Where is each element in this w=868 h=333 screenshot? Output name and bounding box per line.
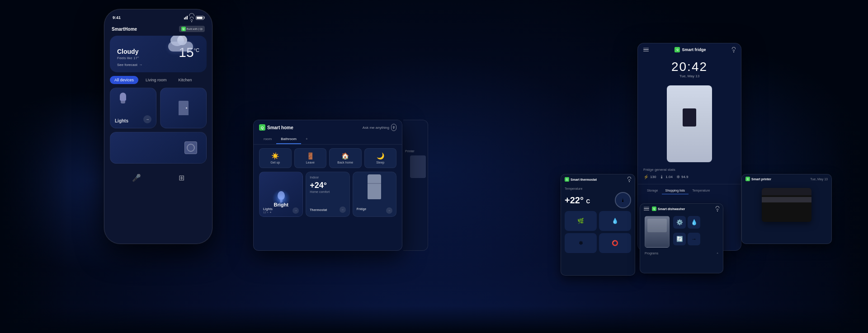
tab-bathroom[interactable]: Bathroom <box>276 135 301 144</box>
edge-fade-bottom <box>0 306 868 333</box>
back-home-label: Back home <box>332 161 359 164</box>
moon-icon: 🌙 <box>368 152 394 159</box>
fridge-time: 20:42 <box>638 60 741 74</box>
qt-logo: Q <box>181 27 186 31</box>
svg-point-0 <box>278 191 285 200</box>
tablet-header: Q Smart home Ask me anything 🎙 <box>254 120 402 135</box>
tab-room[interactable]: room <box>259 135 276 144</box>
lights-footer-label: Lights 12 × ✦ <box>263 207 273 214</box>
fridge-stat-usage: ❄ 94.9 <box>676 174 689 179</box>
phone-lights-card[interactable]: Lights → <box>110 88 156 128</box>
printer-panel: Q Smart printer Tue, May 13 <box>741 174 832 244</box>
dw-ctrl-2[interactable]: 💧 <box>688 216 700 229</box>
hamburger-icon[interactable] <box>643 48 649 52</box>
fridge-image-container <box>638 82 741 166</box>
therm-temp-area: +22° C <box>565 195 590 206</box>
smart-home-tablet: Q Smart home Ask me anything 🎙 room Bath… <box>253 120 402 251</box>
thermostat-body: Temperature +22° C 🌡 🌿 💧 ❄ ⭕ <box>561 184 635 256</box>
therm-arrow-btn[interactable]: → <box>340 206 346 213</box>
therm-footer: Thermostat → <box>310 206 345 213</box>
printer-image <box>762 188 811 222</box>
phone-device-grid: Lights → <box>104 88 212 164</box>
mic-nav-icon[interactable]: 🎤 <box>132 174 141 182</box>
scene-sleep[interactable]: 🌙 Sleep <box>364 148 397 168</box>
battery-icon <box>196 16 204 20</box>
dw-ctrl-4[interactable]: → <box>688 233 700 245</box>
therm-control-1[interactable]: 🌿 <box>565 211 597 231</box>
tab-storage[interactable]: Storage <box>643 187 662 194</box>
dw-ctrl-3[interactable]: 🔄 <box>673 233 686 245</box>
comfort-label: Home comfort <box>310 190 345 193</box>
energy-value: 130 <box>650 175 656 179</box>
thermostat-title: Smart thermostat <box>571 178 597 181</box>
arrow-icon: → <box>139 63 142 67</box>
forecast-link[interactable]: See forecast → <box>117 63 199 67</box>
therm-card-label: Thermostat <box>310 208 327 211</box>
indoor-label: Indoor <box>310 176 345 179</box>
tablet-fridge-card[interactable]: Fridge → <box>353 172 396 217</box>
tablet-device-cards: Bright Lights 12 × ✦ → Indoor +24° Home … <box>254 170 402 220</box>
circle-icon: ⭕ <box>612 240 618 246</box>
dishwasher-title: Smart dishwasher <box>658 207 685 211</box>
scene-leave[interactable]: 🚪 Leave <box>294 148 327 168</box>
tablet-lights-card[interactable]: Bright Lights 12 × ✦ → <box>259 172 303 217</box>
leaf-icon: 🌿 <box>577 218 584 224</box>
sleep-label: Sleep <box>368 161 394 164</box>
therm-control-2[interactable]: 💧 <box>599 211 631 231</box>
programs-arrow[interactable]: + <box>717 252 718 255</box>
printer-title: Smart printer <box>751 178 771 181</box>
dishwasher-title-area: Q Smart dishwasher <box>644 206 685 211</box>
home-icon: 🏠 <box>332 152 359 159</box>
dw-menu-icon[interactable] <box>644 207 649 211</box>
ask-me-area[interactable]: Ask me anything 🎙 <box>363 124 396 131</box>
lights-card-label: Lights <box>263 207 273 211</box>
tab-living-room[interactable]: Living room <box>141 76 171 84</box>
tab-kitchen[interactable]: Kitchen <box>174 76 197 84</box>
fridge-image <box>667 85 712 162</box>
fridge-arrow-btn[interactable]: → <box>386 207 392 214</box>
tablet-right-overflow: Printer <box>403 120 428 251</box>
dw-wifi-icon <box>716 206 719 211</box>
tab-shopping[interactable]: Shopping lists <box>662 187 689 194</box>
feels-like: Feels like 17° <box>117 56 139 60</box>
qt-printer-icon: Q <box>745 177 750 181</box>
phone-dishwasher-card[interactable] <box>110 132 207 164</box>
fridge-header-left <box>643 48 649 52</box>
fridge-tablet-header: Q Smart fridge <box>638 43 741 56</box>
thermostat-panel: Q Smart thermostat Temperature +22° C 🌡 … <box>561 174 635 276</box>
lights-arrow-btn[interactable]: → <box>292 207 299 214</box>
dw-ctrl-1[interactable]: ⚙️ <box>673 216 686 229</box>
therm-icon: 🌡 <box>660 174 664 179</box>
scene-get-up[interactable]: ☀️ Get up <box>259 148 292 168</box>
dishwasher-panel: Q Smart dishwasher ⚙️ 💧 🔄 → Programs + <box>640 203 723 273</box>
grid-nav-icon[interactable]: ⊞ <box>179 174 184 182</box>
tablet-thermostat-card[interactable]: Indoor +24° Home comfort Thermostat → <box>306 172 349 217</box>
dw-programs: Programs + <box>640 250 723 257</box>
door-visual <box>179 101 189 115</box>
therm-control-3[interactable]: ❄ <box>565 233 597 253</box>
printer-title-area: Q Smart printer <box>745 177 771 181</box>
tablet-logo-area: Q Smart home <box>259 124 293 131</box>
scene-back-home[interactable]: 🏠 Back home <box>329 148 362 168</box>
tab-temperature[interactable]: Temperature <box>689 187 713 194</box>
fridge-time-block: 20:42 Tue, May 13 <box>638 56 741 82</box>
qt-fridge-icon: Q <box>675 47 680 52</box>
phone-app-name: SmartHome <box>112 27 137 32</box>
tablet-scenes: ☀️ Get up 🚪 Leave 🏠 Back home 🌙 Sleep <box>254 145 402 170</box>
tab-all-devices[interactable]: All devices <box>110 76 138 84</box>
fridge-stat-energy: ⚡ 130 <box>643 174 656 179</box>
tablet-mic-icon[interactable]: 🎙 <box>391 124 396 131</box>
lights-sub: 12 × ✦ <box>263 211 273 214</box>
therm-big-temp-val: +22° C <box>565 195 590 206</box>
dishwasher-body: ⚙️ 💧 🔄 → <box>640 214 723 250</box>
fridge-stats-row: ⚡ 130 🌡 1.04 ❄ 94.9 <box>638 173 741 181</box>
fridge-screen <box>683 108 696 127</box>
qt-dw-icon: Q <box>652 206 656 211</box>
fridge-date: Tue, May 13 <box>638 74 741 78</box>
cloud-shape <box>166 36 198 52</box>
therm-control-4[interactable]: ⭕ <box>599 233 631 253</box>
lights-arrow: → <box>143 115 151 123</box>
qt-label: Built with | Qt <box>187 28 203 30</box>
tab-add[interactable]: + <box>301 135 312 144</box>
phone-door-card[interactable] <box>160 88 207 128</box>
